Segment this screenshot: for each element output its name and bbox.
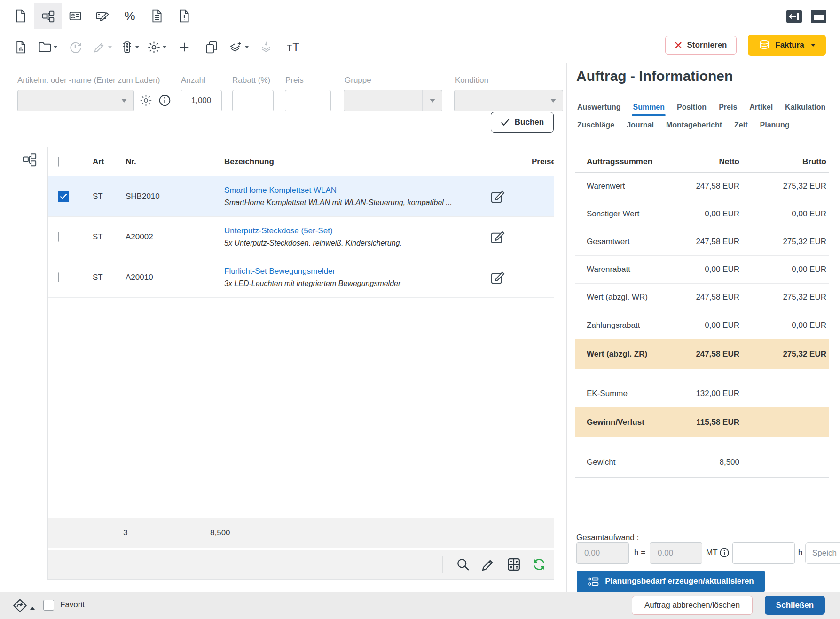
tab-montagebericht[interactable]: Montagebericht: [666, 121, 722, 129]
item-title-link[interactable]: SmartHome Komplettset WLAN: [224, 186, 483, 195]
faktura-button[interactable]: Faktura: [748, 35, 826, 56]
item-title-link[interactable]: Flurlicht-Set Bewegungsmelder: [224, 267, 483, 276]
kondition-combobox[interactable]: [454, 90, 563, 111]
summary-label: Wert (abzgl. WR): [575, 293, 659, 302]
row-checkbox[interactable]: [58, 191, 69, 202]
gear-icon[interactable]: [140, 94, 152, 107]
item-description: 5x Unterputz-Steckdosen, reinweiß, Kinde…: [224, 239, 483, 247]
chevron-down-icon: [163, 46, 166, 48]
chevron-down-icon: [108, 46, 112, 48]
summary-label: Sonstiger Wert: [575, 209, 659, 219]
summary-label: Warenwert: [575, 182, 659, 191]
window-panel-icon[interactable]: [811, 10, 826, 25]
add-icon[interactable]: [171, 34, 198, 60]
buchen-button[interactable]: Buchen: [491, 112, 554, 133]
row-checkbox[interactable]: [58, 272, 59, 282]
gruppe-combobox[interactable]: [344, 90, 442, 111]
stornieren-label: Stornieren: [687, 40, 727, 50]
planungsbedarf-button[interactable]: Planungsbedarf erzeugen/aktualisieren: [577, 571, 765, 592]
info-icon[interactable]: [719, 548, 730, 558]
contact-card-icon[interactable]: [62, 3, 89, 29]
anzahl-input[interactable]: 1,000: [181, 90, 222, 111]
percent-icon[interactable]: %: [116, 3, 143, 29]
auftrag-abbrechen-button[interactable]: Auftrag abbrechen/löschen: [632, 596, 753, 615]
select-all-checkbox[interactable]: [58, 157, 59, 167]
text-size-icon[interactable]: ᴛT: [280, 34, 307, 60]
tab-summen[interactable]: Summen: [633, 103, 665, 111]
divider: [442, 556, 443, 573]
tab-kalkulation[interactable]: Kalkulation: [785, 103, 825, 111]
row-checkbox[interactable]: [58, 232, 59, 242]
summary-row: Warenwert 247,58 EUR 275,32 EUR: [575, 173, 829, 200]
hours-unit-label: h: [798, 548, 802, 557]
refresh-icon[interactable]: [532, 557, 546, 571]
collapse-panel-icon[interactable]: [786, 10, 802, 25]
summary-col-netto: Netto: [659, 157, 739, 167]
summary-label: Zahlungsrabatt: [575, 321, 659, 330]
combobox-caret[interactable]: [422, 90, 442, 111]
tab-zeit[interactable]: Zeit: [734, 121, 747, 129]
document-alert-icon[interactable]: [171, 3, 198, 29]
row-art: ST: [83, 192, 116, 201]
edit-item-icon[interactable]: [483, 189, 511, 204]
check-edit-icon[interactable]: [89, 3, 116, 29]
tab-artikel[interactable]: Artikel: [749, 103, 773, 111]
favorit-checkbox[interactable]: [43, 600, 54, 611]
panel-tabs-row1: Auswertung Summen Position Preis Artikel…: [577, 103, 825, 111]
folder-icon[interactable]: [34, 34, 62, 60]
tab-zuschlaege[interactable]: Zuschläge: [577, 121, 614, 129]
edit-pencil-icon[interactable]: [481, 557, 495, 571]
row-count: 3: [123, 528, 127, 538]
summary-brutto: 275,32 EUR: [739, 293, 826, 302]
gewinn-verlust-row: Gewinn/Verlust 115,58 EUR: [575, 407, 829, 437]
planning-icon: [588, 577, 599, 587]
edit-item-icon[interactable]: [483, 230, 511, 244]
coins-icon: [758, 40, 770, 51]
info-icon[interactable]: [158, 94, 171, 107]
search-icon[interactable]: [456, 557, 470, 571]
summary-brutto: 275,32 EUR: [739, 182, 826, 191]
item-title-link[interactable]: Unterputz-Steckdose (5er-Set): [224, 226, 483, 236]
shortcut-diamond-icon[interactable]: [13, 598, 35, 613]
table-row[interactable]: ST A20002 Unterputz-Steckdose (5er-Set) …: [48, 217, 554, 257]
summary-brutto: 0,00 EUR: [739, 265, 826, 274]
artikel-combobox[interactable]: [17, 90, 134, 111]
chart-document-icon[interactable]: [7, 34, 34, 60]
chevron-down-icon: [54, 46, 57, 48]
summary-netto: 132,00 EUR: [659, 389, 739, 398]
summary-netto: 0,00 EUR: [659, 209, 739, 219]
schliessen-button[interactable]: Schließen: [765, 596, 825, 615]
tab-preis[interactable]: Preis: [719, 103, 737, 111]
gear-dropdown-icon[interactable]: [143, 34, 171, 60]
combobox-caret[interactable]: [114, 90, 133, 111]
tab-auswertung[interactable]: Auswertung: [577, 103, 620, 111]
preis-input[interactable]: [285, 90, 331, 111]
tab-journal[interactable]: Journal: [627, 121, 654, 129]
aufwand-mt-input[interactable]: [732, 542, 795, 564]
table-row[interactable]: ST A20010 Flurlicht-Set Bewegungsmelder …: [48, 257, 554, 298]
tab-planung[interactable]: Planung: [760, 121, 790, 129]
copy-icon[interactable]: [198, 34, 225, 60]
layers-down-icon: [252, 34, 280, 60]
stornieren-button[interactable]: Stornieren: [665, 36, 737, 55]
table-row[interactable]: ST SHB2010 SmartHome Komplettset WLAN Sm…: [48, 176, 554, 217]
edit-item-icon[interactable]: [483, 270, 511, 285]
combobox-caret[interactable]: [543, 90, 563, 111]
summary-col-brutto: Brutto: [739, 157, 826, 167]
table-toolbar: [48, 550, 554, 579]
document-lines-icon[interactable]: [143, 3, 171, 29]
kondition-label: Kondition: [455, 76, 488, 85]
summary-row: Gesamtwert 247,58 EUR 275,32 EUR: [575, 228, 829, 256]
calculator-icon[interactable]: [507, 557, 521, 571]
rabatt-input[interactable]: [232, 90, 274, 111]
primary-toolbar: %: [0, 0, 840, 32]
traffic-light-icon[interactable]: [116, 34, 143, 60]
layers-plus-icon[interactable]: [225, 34, 252, 60]
save-button[interactable]: Speich: [805, 542, 840, 564]
summary-netto: 0,00 EUR: [659, 265, 739, 274]
position-tree-icon[interactable]: [23, 152, 37, 168]
tab-position[interactable]: Position: [677, 103, 707, 111]
gesamtaufwand-fields: 0,00 h = 0,00 MT h Speich: [567, 542, 840, 564]
hierarchy-icon[interactable]: [34, 3, 62, 29]
blank-document-icon[interactable]: [7, 3, 34, 29]
